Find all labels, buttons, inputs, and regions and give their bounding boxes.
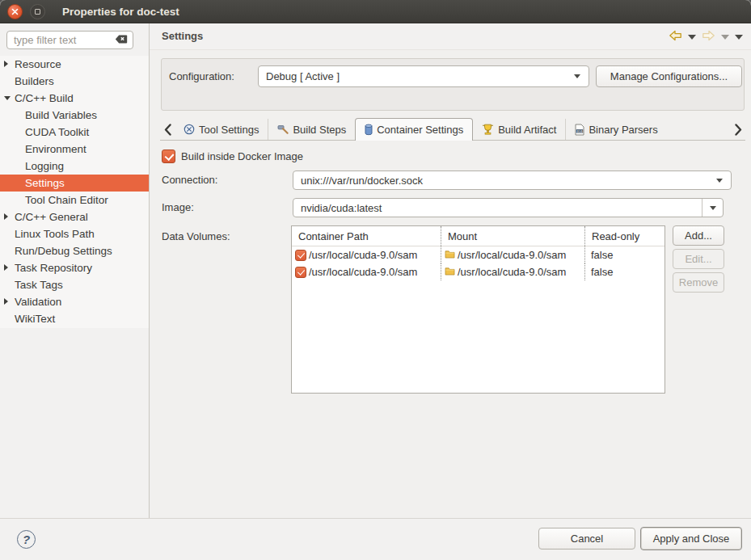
configuration-select[interactable]: Debug [ Active ] <box>258 65 589 87</box>
filter-input[interactable]: type filter text <box>6 31 133 49</box>
settings-page: Settings Configuration: Debug [ Active ] <box>150 23 751 518</box>
connection-label: Connection: <box>162 171 217 190</box>
forward-arrow-icon[interactable] <box>702 30 715 44</box>
add-button[interactable]: Add... <box>673 225 724 246</box>
volume-actions: Add... Edit... Remove <box>673 225 724 293</box>
help-button[interactable]: ? <box>17 530 36 549</box>
back-arrow-icon[interactable] <box>669 30 682 44</box>
question-mark-icon: ? <box>23 533 30 546</box>
titlebar[interactable]: Properties for doc-test <box>0 0 751 23</box>
history-navigation <box>669 30 743 44</box>
clear-filter-icon[interactable] <box>115 34 128 46</box>
close-icon <box>11 6 19 18</box>
connection-select[interactable]: unix:///var/run/docker.sock <box>293 171 732 190</box>
sidebar-item-run-debug-settings[interactable]: Run/Debug Settings <box>0 242 149 259</box>
sidebar-item-environment[interactable]: Environment <box>0 141 149 158</box>
chevron-down-icon <box>574 74 580 78</box>
window-title: Properties for doc-test <box>62 6 179 18</box>
tool-settings-icon <box>184 124 195 135</box>
table-header: Container Path Mount Read-only <box>292 226 665 246</box>
sidebar-item-linux-tools-path[interactable]: Linux Tools Path <box>0 225 149 242</box>
container-icon <box>365 124 373 136</box>
chevron-down-icon <box>716 179 723 183</box>
folder-icon <box>445 249 455 261</box>
build-inside-docker-checkbox[interactable] <box>162 149 175 163</box>
sidebar-item-cuda-toolkit[interactable]: CUDA Toolkit <box>0 124 149 141</box>
manage-configurations-button[interactable]: Manage Configurations... <box>596 65 742 87</box>
configuration-group: Configuration: Debug [ Active ] Manage C… <box>161 58 745 111</box>
configuration-label: Configuration: <box>169 65 234 87</box>
volume-checkbox[interactable] <box>295 250 306 261</box>
chevron-right-icon[interactable] <box>4 264 8 271</box>
dialog-footer: ? Cancel Apply and Close <box>0 518 751 560</box>
view-menu-icon[interactable] <box>735 35 743 40</box>
sidebar-item-validation[interactable]: Validation <box>0 293 149 310</box>
hammer-icon <box>277 124 289 135</box>
image-dropdown-button[interactable] <box>702 199 723 217</box>
maximize-button[interactable] <box>30 4 45 19</box>
filter-placeholder: type filter text <box>14 34 115 46</box>
tab-container-settings[interactable]: Container Settings <box>355 118 473 141</box>
binary-file-icon: 010 <box>575 124 584 136</box>
apply-and-close-button[interactable]: Apply and Close <box>640 527 742 550</box>
sidebar-item-task-tags[interactable]: Task Tags <box>0 276 149 293</box>
sidebar-item-settings[interactable]: Settings <box>0 175 149 192</box>
chevron-down-icon[interactable] <box>4 96 11 100</box>
tab-build-artifact[interactable]: Build Artifact <box>473 119 565 140</box>
data-volumes-table: Container Path Mount Read-only /usr/loca… <box>291 225 665 394</box>
chevron-right-icon[interactable] <box>4 61 8 67</box>
build-inside-docker-label: Build inside Docker Image <box>181 150 303 162</box>
chevron-down-icon <box>710 206 716 210</box>
chevron-right-icon[interactable] <box>4 298 8 305</box>
sidebar: type filter text Resource Builders C/C++… <box>0 23 150 518</box>
forward-history-dropdown-icon[interactable] <box>721 35 729 40</box>
sidebar-item-tool-chain-editor[interactable]: Tool Chain Editor <box>0 192 149 208</box>
svg-text:010: 010 <box>577 128 584 133</box>
image-label: Image: <box>162 198 194 217</box>
page-title: Settings <box>162 30 203 42</box>
chevron-right-icon[interactable] <box>4 213 8 220</box>
tab-tool-settings[interactable]: Tool Settings <box>175 119 268 140</box>
volume-checkbox[interactable] <box>295 267 306 278</box>
remove-button[interactable]: Remove <box>673 272 724 293</box>
tab-build-steps[interactable]: Build Steps <box>268 119 355 140</box>
sidebar-item-logging[interactable]: Logging <box>0 158 149 175</box>
edit-button[interactable]: Edit... <box>673 249 724 269</box>
sidebar-item-build-variables[interactable]: Build Variables <box>0 107 149 124</box>
build-inside-docker-row: Build inside Docker Image <box>162 147 303 165</box>
maximize-icon <box>35 9 40 15</box>
image-combobox[interactable]: nvidia/cuda:latest <box>293 198 724 217</box>
folder-icon <box>445 266 455 278</box>
tabs-scroll-left-icon[interactable] <box>160 119 175 140</box>
trophy-icon <box>482 124 494 136</box>
data-volumes-label: Data Volumes: <box>162 227 230 246</box>
settings-tabbar: Tool Settings Build Steps Container Sett… <box>160 118 745 141</box>
table-row[interactable]: /usr/local/cuda-9.0/sam /usr/local/cuda-… <box>292 263 665 280</box>
column-mount[interactable]: Mount <box>441 226 585 246</box>
sidebar-item-task-repository[interactable]: Task Repository <box>0 259 149 276</box>
page-header: Settings <box>150 23 751 50</box>
sidebar-item-builders[interactable]: Builders <box>0 73 149 90</box>
cancel-button[interactable]: Cancel <box>538 528 635 549</box>
sidebar-item-wikitext[interactable]: WikiText <box>0 310 149 327</box>
properties-tree: Resource Builders C/C++ Build Build Vari… <box>0 56 149 328</box>
column-read-only[interactable]: Read-only <box>585 226 665 246</box>
tabs-scroll-right-icon[interactable] <box>731 119 745 140</box>
tab-binary-parsers[interactable]: 010 Binary Parsers <box>565 119 666 140</box>
table-row[interactable]: /usr/local/cuda-9.0/sam /usr/local/cuda-… <box>292 246 665 263</box>
sidebar-item-cpp-build[interactable]: C/C++ Build <box>0 90 149 107</box>
properties-dialog: Properties for doc-test type filter text… <box>0 0 751 560</box>
back-history-dropdown-icon[interactable] <box>688 35 696 40</box>
sidebar-item-cpp-general[interactable]: C/C++ General <box>0 208 149 225</box>
sidebar-item-resource[interactable]: Resource <box>0 56 149 73</box>
column-container-path[interactable]: Container Path <box>292 226 441 246</box>
close-button[interactable] <box>7 4 23 19</box>
